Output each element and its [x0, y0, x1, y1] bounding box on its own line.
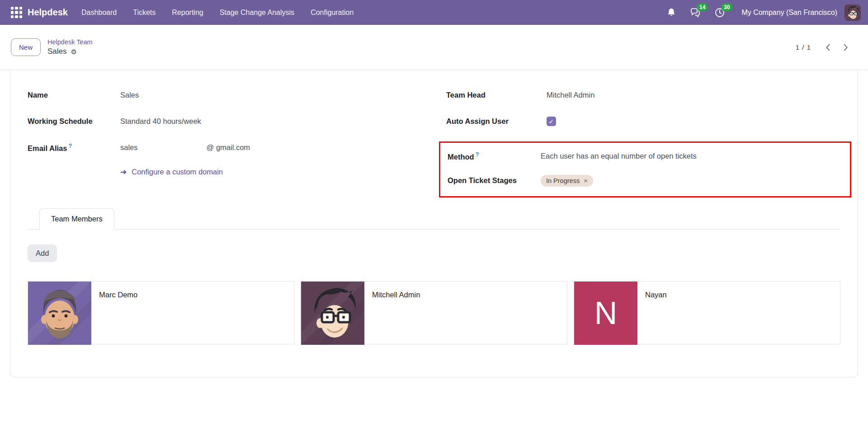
user-avatar[interactable] — [844, 5, 861, 21]
email-alias-row: Email Alias? sales @ gmail.com — [28, 141, 410, 154]
auto-assign-row: Auto Assign User ✓ — [446, 115, 840, 127]
menu-reporting[interactable]: Reporting — [172, 9, 203, 17]
avatar-nayan-initial: N — [574, 282, 637, 345]
menu-tickets[interactable]: Tickets — [133, 9, 156, 17]
new-button[interactable]: New — [11, 38, 41, 56]
method-label: Method? — [448, 151, 541, 161]
member-name: Marc Demo — [91, 282, 145, 344]
working-schedule-input[interactable]: Standard 40 hours/week — [120, 117, 201, 126]
messages-badge: 14 — [697, 3, 708, 11]
email-alias-label: Email Alias? — [28, 143, 120, 153]
team-head-input[interactable]: Mitchell Admin — [547, 91, 594, 99]
member-name: Nayan — [637, 282, 675, 344]
form-grid: Name Sales Working Schedule Standard 40 … — [28, 89, 840, 197]
pager: 1 / 1 — [796, 41, 852, 54]
activities-clock-icon[interactable]: 30 — [714, 7, 725, 18]
configure-domain-link[interactable]: ➔ Configure a custom domain — [120, 168, 410, 176]
member-card-nayan[interactable]: N Nayan — [574, 281, 840, 344]
open-ticket-stages-row: Open Ticket Stages In Progress × — [448, 174, 843, 187]
form-sheet: Name Sales Working Schedule Standard 40 … — [10, 70, 858, 377]
auto-assign-label: Auto Assign User — [446, 117, 547, 126]
notebook-tabs: Team Members — [28, 208, 840, 230]
breadcrumb: Helpdesk Team Sales ⚙ — [47, 38, 93, 56]
top-navbar: Helpdesk Dashboard Tickets Reporting Sta… — [0, 0, 868, 25]
auto-assign-checkbox[interactable]: ✓ — [547, 117, 556, 126]
company-switcher[interactable]: My Company (San Francisco) — [741, 9, 837, 17]
configure-domain-label: Configure a custom domain — [132, 168, 223, 176]
add-member-button[interactable]: Add — [28, 244, 57, 262]
working-schedule-label: Working Schedule — [28, 117, 120, 126]
method-select[interactable]: Each user has an equal number of open ti… — [541, 152, 697, 160]
close-icon[interactable]: × — [584, 177, 588, 184]
bell-icon[interactable] — [666, 8, 676, 18]
gear-icon[interactable]: ⚙ — [71, 48, 77, 55]
email-alias-value: sales @ gmail.com — [120, 143, 250, 152]
add-row: Add — [28, 244, 840, 262]
messages-icon[interactable]: 14 — [690, 7, 701, 18]
member-name: Mitchell Admin — [364, 282, 428, 344]
pager-count: 1 / 1 — [796, 43, 811, 51]
highlight-red-box: Method? Each user has an equal number of… — [439, 141, 851, 197]
team-head-label: Team Head — [446, 91, 547, 99]
menu-configuration[interactable]: Configuration — [311, 9, 354, 17]
name-row: Name Sales — [28, 89, 410, 101]
breadcrumb-current: Sales ⚙ — [47, 47, 93, 56]
pager-next-button[interactable] — [839, 41, 852, 54]
check-icon: ✓ — [549, 118, 554, 125]
help-icon[interactable]: ? — [476, 151, 479, 158]
name-input[interactable]: Sales — [120, 91, 139, 99]
member-card-mitchell-admin[interactable]: Mitchell Admin — [301, 281, 567, 344]
menu-stage-change-analysis[interactable]: Stage Change Analysis — [220, 9, 294, 17]
control-panel: New Helpdesk Team Sales ⚙ 1 / 1 — [0, 25, 868, 70]
menu-dashboard[interactable]: Dashboard — [81, 9, 117, 17]
breadcrumb-parent-link[interactable]: Helpdesk Team — [47, 38, 93, 46]
form-right-column: Team Head Mitchell Admin Auto Assign Use… — [446, 89, 840, 197]
email-domain-select[interactable]: @ gmail.com — [207, 143, 250, 151]
help-icon[interactable]: ? — [68, 143, 72, 149]
avatar-initial-letter: N — [594, 295, 618, 331]
name-label: Name — [28, 91, 120, 99]
method-row: Method? Each user has an equal number of… — [448, 150, 843, 162]
team-member-cards: Marc Demo — [28, 281, 840, 344]
tab-team-members[interactable]: Team Members — [39, 208, 114, 230]
pager-previous-button[interactable] — [822, 41, 835, 54]
open-ticket-stages-label: Open Ticket Stages — [448, 176, 541, 185]
breadcrumb-current-label: Sales — [47, 47, 67, 56]
avatar-marc-demo — [28, 282, 91, 345]
avatar-mitchell-admin — [301, 282, 364, 345]
app-title[interactable]: Helpdesk — [28, 7, 68, 18]
team-head-row: Team Head Mitchell Admin — [446, 89, 840, 101]
form-left-column: Name Sales Working Schedule Standard 40 … — [28, 89, 410, 197]
main-menu: Dashboard Tickets Reporting Stage Change… — [81, 9, 354, 17]
working-schedule-row: Working Schedule Standard 40 hours/week — [28, 115, 410, 127]
stage-tag-in-progress[interactable]: In Progress × — [541, 175, 593, 187]
arrow-right-icon: ➔ — [120, 168, 127, 176]
apps-grid-icon[interactable] — [11, 7, 22, 18]
email-alias-input[interactable]: sales — [120, 143, 204, 152]
activities-badge: 30 — [721, 3, 732, 11]
stage-tag-label: In Progress — [546, 177, 580, 184]
member-card-marc-demo[interactable]: Marc Demo — [28, 281, 294, 344]
navbar-right: 14 30 My Company (San Francisco) — [653, 5, 861, 21]
